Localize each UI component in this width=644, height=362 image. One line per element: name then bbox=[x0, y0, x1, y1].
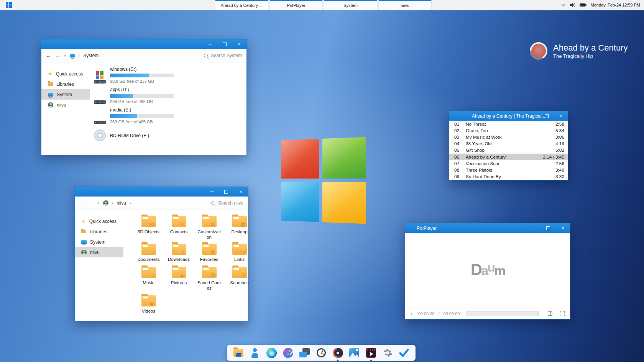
drive-item[interactable]: media (E:)263 GB free of 465 GB bbox=[93, 107, 174, 124]
folder-videos[interactable]: ▶Videos bbox=[135, 295, 162, 319]
minimize-button[interactable] bbox=[526, 223, 541, 233]
track-list: 01No Threat2:5802Grace, Too5:3403My Musi… bbox=[449, 121, 568, 180]
drive-item[interactable]: windows (C:)98.8 GB free of 237 GB bbox=[93, 66, 174, 84]
track-row[interactable]: 06Ahead by a Century2:14 / 3:45 bbox=[449, 154, 568, 160]
track-row[interactable]: 0438 Years Old4:19 bbox=[449, 141, 568, 147]
sidebar-item-libraries[interactable]: Libraries bbox=[41, 79, 90, 89]
start-button[interactable] bbox=[0, 0, 18, 10]
breadcrumb[interactable]: System bbox=[83, 53, 99, 58]
folder-searches[interactable]: ⚲Searches bbox=[226, 267, 253, 295]
dock-item-snipping-tool[interactable] bbox=[299, 347, 310, 359]
folder-desktop[interactable]: ▦Desktop bbox=[226, 216, 253, 244]
minimize-button[interactable] bbox=[525, 111, 539, 121]
folder-saved-games[interactable]: ⚄Saved Games bbox=[196, 267, 223, 295]
back-button[interactable]: ← bbox=[79, 200, 85, 206]
track-row[interactable]: 08Three Pistols3:49 bbox=[449, 167, 568, 173]
time-total: 00:00:00 bbox=[444, 311, 460, 316]
track-row[interactable]: 05Gift Shop5:02 bbox=[449, 147, 568, 154]
maximize-button[interactable] bbox=[541, 223, 555, 233]
sidebar-item-libraries[interactable]: Libraries bbox=[75, 226, 123, 237]
maximize-button[interactable] bbox=[219, 187, 233, 197]
fullscreen-icon[interactable] bbox=[560, 311, 565, 316]
taskbar-clock[interactable]: Monday, Feb-24 12:59 PM bbox=[591, 3, 640, 7]
drive-item[interactable]: BD-ROM Drive (F:) bbox=[93, 129, 174, 141]
seek-bar[interactable] bbox=[467, 311, 539, 316]
dock-item-paint-3d[interactable] bbox=[283, 347, 294, 359]
dock-item-media-player[interactable] bbox=[332, 347, 343, 359]
volume-icon[interactable] bbox=[570, 3, 576, 7]
dock-item-alarms-clock[interactable] bbox=[315, 347, 327, 359]
folder-contacts[interactable]: ☺Contacts bbox=[166, 216, 192, 244]
track-row[interactable]: 01No Threat2:58 bbox=[449, 121, 568, 127]
close-button[interactable]: × bbox=[554, 111, 568, 121]
recent-locations-chevron-icon[interactable]: ∨ bbox=[97, 201, 100, 205]
minimize-button[interactable] bbox=[204, 187, 219, 197]
track-time: 3:06 bbox=[555, 134, 564, 140]
dock-item-file-explorer[interactable] bbox=[233, 347, 244, 359]
taskbar-button-4[interactable]: niivu bbox=[378, 0, 432, 10]
potplayer-titlebar[interactable]: PotPlayer × bbox=[405, 223, 570, 233]
sidebar-item-quick-access[interactable]: ★Quick access bbox=[41, 69, 90, 79]
track-time: 2:56 bbox=[555, 161, 564, 166]
playlist-panel-icon[interactable] bbox=[548, 311, 552, 316]
breadcrumb[interactable]: niivu bbox=[117, 200, 126, 206]
drive-item[interactable]: apps (D:)298 GB free of 465 GB bbox=[93, 87, 174, 104]
daum-letter: m bbox=[494, 263, 504, 278]
maximize-button[interactable] bbox=[539, 111, 554, 121]
chevron-down-icon[interactable] bbox=[561, 3, 566, 7]
minimize-button[interactable] bbox=[203, 39, 217, 49]
dock-item-edge[interactable] bbox=[266, 347, 277, 359]
folder-links[interactable]: ↪Links bbox=[226, 244, 253, 267]
folder-customization[interactable]: ⚙Customization bbox=[196, 216, 223, 244]
track-number: 07 bbox=[454, 161, 466, 166]
sidebar-item-label: Quick access bbox=[89, 219, 117, 224]
taskbar-button-3[interactable]: System bbox=[324, 0, 377, 10]
sidebar-item-quick-access[interactable]: ★Quick access bbox=[75, 216, 123, 226]
drive-name: windows (C:) bbox=[110, 67, 174, 72]
windows-drive-icon bbox=[93, 66, 106, 84]
folder-documents[interactable]: ≡Documents bbox=[135, 244, 162, 267]
recent-locations-chevron-icon[interactable]: ∨ bbox=[64, 54, 66, 57]
battery-icon[interactable] bbox=[580, 3, 587, 7]
sidebar-item-label: Libraries bbox=[90, 229, 107, 234]
folder-pictures[interactable]: ▲Pictures bbox=[166, 267, 192, 295]
play-button[interactable]: › bbox=[411, 310, 413, 317]
dock-item-settings[interactable] bbox=[382, 347, 393, 359]
video-screen[interactable]: Daum bbox=[405, 233, 570, 308]
dock-item-photos[interactable] bbox=[348, 347, 360, 359]
maximize-button[interactable] bbox=[217, 39, 232, 49]
folder-music[interactable]: ♪Music bbox=[135, 267, 162, 295]
dock-item-people[interactable] bbox=[249, 347, 261, 359]
time-separator: / bbox=[439, 311, 440, 316]
track-row[interactable]: 02Grace, Too5:34 bbox=[449, 127, 568, 134]
niivu-window-titlebar[interactable]: × bbox=[75, 187, 248, 197]
search-box[interactable]: Search niivu bbox=[211, 200, 243, 206]
folder-glyph: ▶ bbox=[151, 301, 154, 306]
forward-button[interactable]: → bbox=[55, 52, 60, 59]
close-button[interactable]: × bbox=[232, 39, 246, 49]
track-row[interactable]: 03My Music at Work3:06 bbox=[449, 134, 568, 140]
drive-usage-bar bbox=[110, 74, 174, 77]
taskbar-button-1[interactable]: Ahead by a Century ... bbox=[215, 0, 268, 10]
folder-favorites[interactable]: ★Favorites bbox=[196, 244, 223, 267]
close-button[interactable]: × bbox=[233, 187, 248, 197]
back-button[interactable]: ← bbox=[46, 52, 51, 59]
system-window-titlebar[interactable]: × bbox=[41, 39, 246, 49]
playlist-titlebar[interactable]: Ahead by a Century | The Tragical... × bbox=[449, 111, 568, 121]
folder-3d-objects[interactable]: 3D3D Objects bbox=[135, 216, 162, 244]
taskbar-buttons: Ahead by a Century ...PotPlayerSystemnii… bbox=[215, 0, 432, 10]
close-button[interactable]: × bbox=[555, 223, 570, 233]
search-box[interactable]: Search System bbox=[204, 53, 242, 58]
sidebar-item-niivu[interactable]: niivu bbox=[41, 100, 90, 110]
forward-button[interactable]: → bbox=[88, 200, 94, 206]
folder-downloads[interactable]: ↓Downloads bbox=[166, 244, 192, 267]
dock-item-checkmark-app[interactable] bbox=[398, 347, 410, 359]
dock-item-movies-tv[interactable] bbox=[365, 347, 377, 359]
taskbar-button-2[interactable]: PotPlayer bbox=[269, 0, 323, 10]
track-row[interactable]: 07Vaccination Scar2:56 bbox=[449, 160, 568, 167]
sidebar-item-system[interactable]: System bbox=[41, 89, 90, 100]
track-row[interactable]: 09So Hard Done By3:30 bbox=[449, 174, 568, 180]
folder-label: Documents bbox=[136, 257, 161, 262]
sidebar-item-system[interactable]: System bbox=[75, 237, 123, 247]
sidebar-item-niivu[interactable]: niivu bbox=[75, 247, 123, 257]
